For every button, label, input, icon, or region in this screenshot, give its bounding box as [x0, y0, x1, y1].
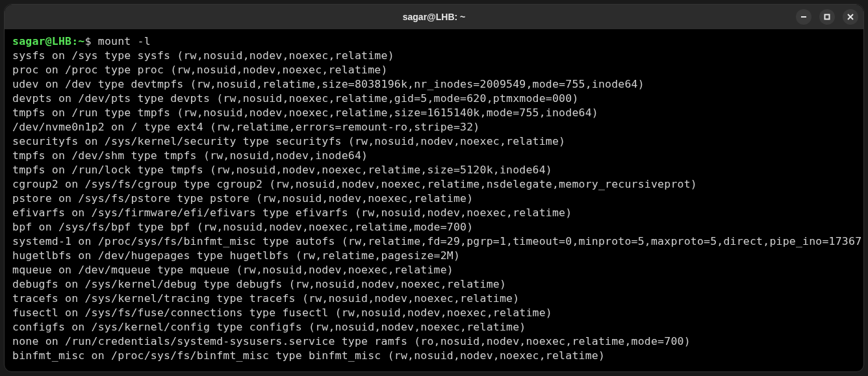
output-line: efivarfs on /sys/firmware/efi/efivars ty…	[12, 206, 856, 220]
maximize-button[interactable]	[819, 9, 835, 25]
minimize-button[interactable]	[796, 9, 811, 25]
close-button[interactable]	[843, 9, 858, 25]
output-line: none on /run/credentials/systemd-sysuser…	[12, 334, 856, 349]
output-line: configfs on /sys/kernel/config type conf…	[12, 320, 856, 334]
prompt-colon: :	[71, 35, 78, 47]
output-line: bpf on /sys/fs/bpf type bpf (rw,nosuid,n…	[12, 220, 856, 234]
prompt-path: ~	[78, 35, 84, 47]
output-line: proc on /proc type proc (rw,nosuid,nodev…	[12, 63, 856, 77]
window-title: sagar@LHB: ~	[403, 12, 466, 22]
maximize-icon	[824, 14, 830, 20]
output-line: securityfs on /sys/kernel/security type …	[12, 134, 856, 149]
prompt-user-host: sagar@LHB	[12, 35, 71, 47]
output-line: tmpfs on /run type tmpfs (rw,nosuid,node…	[12, 106, 856, 120]
output-line: binfmt_misc on /proc/sys/fs/binfmt_misc …	[12, 349, 856, 363]
output-line: hugetlbfs on /dev/hugepages type hugetlb…	[12, 249, 856, 263]
output-line: pstore on /sys/fs/pstore type pstore (rw…	[12, 192, 856, 206]
prompt-dollar: $	[85, 35, 98, 47]
output-line: systemd-1 on /proc/sys/fs/binfmt_misc ty…	[12, 234, 856, 249]
output-line: tracefs on /sys/kernel/tracing type trac…	[12, 292, 856, 306]
minimize-icon	[800, 14, 807, 20]
window-controls	[796, 9, 858, 25]
close-icon	[847, 14, 854, 20]
prompt-line: sagar@LHB:~$ mount -l	[12, 34, 856, 49]
output-line: udev on /dev type devtmpfs (rw,nosuid,re…	[12, 77, 856, 92]
output-line: debugfs on /sys/kernel/debug type debugf…	[12, 277, 856, 292]
output-line: fusectl on /sys/fs/fuse/connections type…	[12, 306, 856, 320]
terminal-window: sagar@LHB: ~ sagar@LHB:~$ mount -l sysfs…	[4, 4, 864, 372]
titlebar: sagar@LHB: ~	[5, 5, 863, 29]
output-line: /dev/nvme0n1p2 on / type ext4 (rw,relati…	[12, 120, 856, 134]
terminal-content[interactable]: sagar@LHB:~$ mount -l sysfs on /sys type…	[5, 29, 863, 371]
svg-rect-1	[825, 15, 830, 19]
output-line: cgroup2 on /sys/fs/cgroup type cgroup2 (…	[12, 177, 856, 192]
output-line: tmpfs on /run/lock type tmpfs (rw,nosuid…	[12, 163, 856, 177]
output-line: mqueue on /dev/mqueue type mqueue (rw,no…	[12, 263, 856, 277]
output-line: tmpfs on /dev/shm type tmpfs (rw,nosuid,…	[12, 149, 856, 163]
output-container: sysfs on /sys type sysfs (rw,nosuid,node…	[12, 49, 856, 363]
output-line: sysfs on /sys type sysfs (rw,nosuid,node…	[12, 49, 856, 63]
output-line: devpts on /dev/pts type devpts (rw,nosui…	[12, 92, 856, 106]
command-text: mount -l	[98, 35, 151, 47]
